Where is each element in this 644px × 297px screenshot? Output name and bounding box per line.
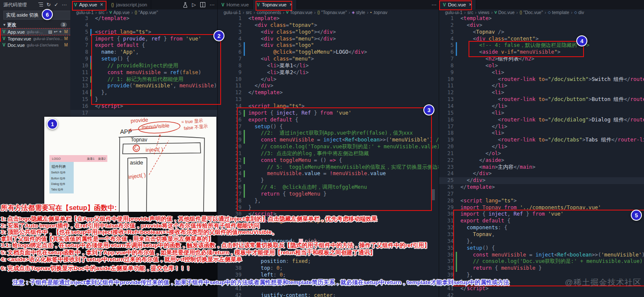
tab-javascript.json[interactable]: {}javascript.json [107, 0, 152, 9]
code-line[interactable]: 29} [218, 205, 439, 211]
code-line[interactable]: 17 </li> [439, 124, 644, 130]
code-line[interactable]: 16</script> [70, 103, 217, 110]
line-number[interactable]: 33 [439, 231, 454, 238]
code-line[interactable]: 13 <router-link to="/doc/button">Button … [439, 96, 644, 103]
line-number[interactable]: 14 [70, 89, 88, 96]
breadcrumb-item[interactable]: components [257, 10, 281, 15]
code-line[interactable]: 18 <li> [439, 130, 644, 137]
code-line[interactable]: 26</template> [439, 184, 644, 191]
line-number[interactable]: 13 [218, 96, 242, 103]
code-line[interactable]: 14 }, [70, 89, 217, 96]
line-number[interactable]: 24 [439, 170, 454, 177]
tab-Doc.vue[interactable]: VDoc.vue× [439, 0, 476, 9]
line-number[interactable]: 9 [70, 56, 88, 63]
code-line[interactable]: 29import Topnav from '../components/Topn… [439, 205, 644, 211]
code-line[interactable]: 39 left: 0; [218, 272, 439, 279]
breadcrumb-item[interactable]: "Doc.vue" [523, 10, 543, 15]
code-line[interactable]: 16 <router-link to="/doc/dialog">Dialog … [439, 117, 644, 124]
line-number[interactable]: 1 [218, 15, 242, 22]
split-editor-icon[interactable] [200, 2, 205, 7]
line-number[interactable]: 19 [439, 137, 454, 144]
line-number[interactable]: 2 [439, 22, 454, 29]
line-number[interactable]: 15 [439, 110, 454, 117]
line-number[interactable]: 38 [439, 265, 454, 272]
breadcrumb-item[interactable]: src [246, 10, 252, 15]
line-number[interactable]: 26 [439, 184, 454, 191]
line-number[interactable]: 15 [70, 96, 88, 103]
line-number[interactable]: 27 [439, 191, 454, 198]
breadcrumb-item[interactable]: Doc.vue [498, 10, 515, 15]
line-number[interactable]: 29 [218, 205, 242, 211]
code-line[interactable]: 14 </li> [439, 103, 644, 110]
code-line[interactable]: 19 const menuVisible = inject<Ref<boolea… [218, 137, 439, 144]
line-number[interactable]: 22 [439, 157, 454, 164]
refresh-icon[interactable]: ↻ [46, 2, 51, 7]
line-number[interactable]: 11 [439, 83, 454, 89]
line-number[interactable]: 23 [218, 164, 242, 171]
breadcrumb-item[interactable]: div [578, 10, 584, 15]
code-line[interactable]: 19 <router-link to="/doc/tabs">Tabs 组件</… [439, 137, 644, 144]
line-number[interactable]: 11 [218, 83, 242, 89]
code-line[interactable]: 17 setup() { [218, 124, 439, 130]
code-line[interactable]: 21 </ol> [439, 150, 644, 157]
line-number[interactable]: 18 [218, 130, 242, 137]
code-line[interactable]: 11 </li> [439, 83, 644, 89]
line-number[interactable]: 1 [439, 15, 454, 22]
code-line[interactable]: 42 [439, 292, 644, 297]
code-line[interactable]: 12</template> [218, 89, 439, 96]
line-number[interactable]: 8 [439, 63, 454, 69]
code-line[interactable]: 27 return { toggleMenu } [218, 191, 439, 198]
breadcrumb-item[interactable]: src [467, 10, 473, 15]
line-number[interactable]: 23 [439, 164, 454, 171]
code-line[interactable]: 33 Topnav, [439, 231, 644, 238]
file-row-App.vue[interactable]: VApp.vuegulu-ui-...▤↩+M [0, 28, 70, 35]
line-number[interactable]: 27 [218, 191, 242, 198]
close-tab-icon[interactable]: × [100, 2, 103, 8]
code-line[interactable]: 6 @click="toggleMenu">LOGO</div> [218, 49, 439, 56]
open-file-icon[interactable]: ▤ [48, 29, 52, 34]
line-number[interactable]: 8 [218, 63, 242, 69]
line-number[interactable]: 13 [70, 83, 88, 89]
line-number[interactable]: 6 [439, 49, 454, 56]
tab-Topnav.vue[interactable]: VTopnav.vue× [253, 0, 297, 9]
line-number[interactable]: 12 [70, 76, 88, 83]
code-line[interactable]: 42 justify-content: center; [218, 292, 439, 297]
code-line[interactable]: 28<script lang="ts"> [439, 198, 644, 205]
line-number[interactable]: 21 [218, 150, 242, 157]
close-tab-icon[interactable]: × [469, 2, 472, 8]
code-line[interactable]: 30import { inject, Ref } from 'vue' [439, 211, 644, 218]
code-line[interactable]: 5<script lang="ts"> [70, 29, 217, 36]
code-line[interactable]: 5 <!-- 4: false，默认做侧边栏是隐藏的 --> [439, 42, 644, 49]
run-tests-beaker-icon[interactable] [183, 2, 188, 8]
code-area[interactable]: 1<template>2 <div>3 <Topnav />4 <div cla… [439, 15, 644, 297]
code-line[interactable]: 31export default { [439, 218, 644, 225]
line-number[interactable]: 7 [218, 56, 242, 63]
code-line[interactable]: 15import { inject, Ref } from 'vue' [218, 110, 439, 117]
line-number[interactable]: 18 [439, 130, 454, 137]
code-line[interactable]: 11 </div> [218, 83, 439, 89]
breadcrumb-item[interactable]: style [356, 10, 365, 15]
line-number[interactable]: 31 [439, 218, 454, 225]
line-number[interactable]: 14 [218, 103, 242, 110]
line-number[interactable]: 42 [218, 292, 242, 297]
code-line[interactable]: 12 <li> [439, 89, 644, 96]
line-number[interactable]: 11 [70, 69, 88, 76]
file-row-Topnav.vue[interactable]: VTopnav.vuegulu-ui-1\src\co...M [0, 35, 70, 42]
line-number[interactable]: 7 [439, 56, 454, 63]
code-line[interactable]: 8 <ol> [439, 63, 644, 69]
editor-scrollbar-thumb[interactable] [432, 189, 435, 200]
line-number[interactable]: 42 [439, 292, 454, 297]
breadcrumb-item[interactable]: "Topnav.vue" [321, 10, 347, 15]
code-line[interactable]: 6 <aside v-if="menuVisible"> [439, 49, 644, 56]
code-line[interactable]: 27 [439, 191, 644, 198]
line-number[interactable]: 4 [70, 22, 88, 29]
breadcrumb-item[interactable]: views [478, 10, 489, 15]
commit-check-icon[interactable]: ✓ [54, 2, 58, 7]
line-number[interactable]: 8 [70, 49, 88, 56]
code-line[interactable]: 11 const menuVisible = ref(false) [70, 69, 217, 76]
discard-changes-icon[interactable]: ↩ [54, 29, 57, 34]
line-number[interactable]: 6 [218, 49, 242, 56]
breadcrumb-item[interactable]: gulu-ui-1 [76, 10, 94, 15]
code-line[interactable]: 41 [218, 285, 439, 292]
code-line[interactable]: 1<template> [439, 15, 644, 22]
